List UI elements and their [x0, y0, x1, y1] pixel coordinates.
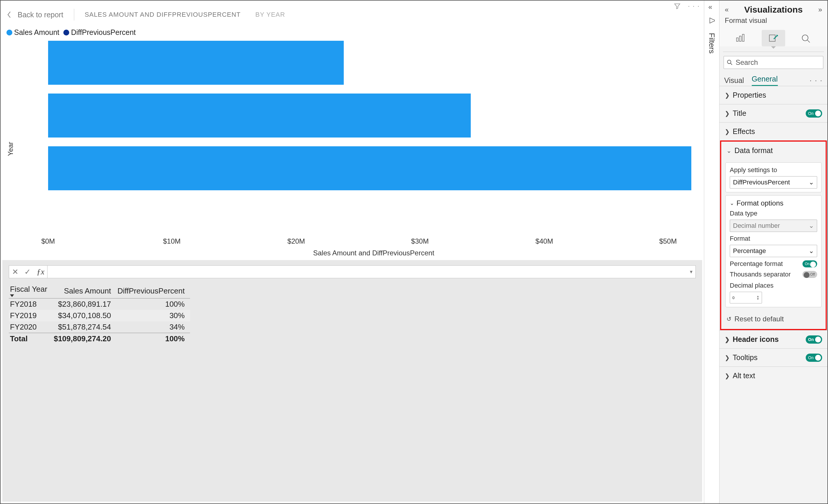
report-canvas: · · · Back to report SALES AMOUNT AND DI…: [1, 1, 704, 503]
section-properties[interactable]: ❯ Properties: [719, 86, 827, 104]
back-to-report-button[interactable]: Back to report: [6, 10, 64, 19]
reset-icon: ↺: [727, 316, 732, 323]
svg-rect-1: [739, 36, 741, 41]
chevron-right-icon: ❯: [725, 354, 730, 361]
col-diffpreviouspercent[interactable]: DiffPreviousPercent: [116, 284, 190, 298]
legend-swatch-b: [64, 30, 69, 36]
section-title[interactable]: ❯ Title On: [719, 104, 827, 122]
chevron-left-icon: [6, 10, 12, 19]
build-visual-tab-icon[interactable]: [729, 30, 753, 46]
viz-pane-title: Visualizations: [744, 5, 803, 15]
format-visual-tab-icon[interactable]: [762, 30, 785, 46]
chart-region: Back to report SALES AMOUNT AND DIFFPREV…: [2, 2, 702, 260]
tab-visual[interactable]: Visual: [724, 76, 744, 85]
col-sales-amount[interactable]: Sales Amount: [52, 284, 116, 298]
chevron-down-icon: ⌄: [809, 178, 814, 186]
chevron-right-icon: ❯: [725, 336, 730, 343]
search-input[interactable]: Search: [723, 56, 823, 69]
table-header-row: Fiscal Year Sales Amount DiffPreviousPer…: [9, 284, 190, 298]
section-header-icons[interactable]: ❯ Header icons On: [719, 330, 827, 348]
x-tick: $40M: [536, 237, 553, 245]
apply-settings-label: Apply settings to: [730, 166, 817, 174]
apply-settings-card: Apply settings to DiffPreviousPercent ⌄: [726, 162, 822, 192]
viz-pane-subtitle: Format visual: [719, 16, 827, 28]
filter-icon[interactable]: [674, 3, 681, 10]
percentage-format-toggle[interactable]: On: [802, 260, 817, 267]
format-options-card: ⌄ Format options Data type Decimal numbe…: [726, 195, 822, 307]
bar-fy2020[interactable]: FY2020: [48, 146, 699, 190]
legend-item-diffpreviouspercent[interactable]: DiffPreviousPercent: [64, 28, 135, 37]
visualizations-pane: « Visualizations » Format visual: [719, 1, 827, 503]
chevron-right-icon: ❯: [725, 110, 730, 117]
x-axis: $0M $10M $20M $30M $40M $50M: [48, 236, 699, 249]
divider: [74, 9, 74, 20]
section-effects[interactable]: ❯ Effects: [719, 122, 827, 140]
more-options-icon[interactable]: · · ·: [688, 2, 700, 10]
table-row[interactable]: FY2018 $23,860,891.17 100%: [9, 298, 190, 310]
back-label: Back to report: [17, 10, 64, 19]
table-row[interactable]: FY2019 $34,070,108.50 30%: [9, 310, 190, 321]
section-tooltips[interactable]: ❯ Tooltips On: [719, 348, 827, 367]
stepper-arrows-icon: ▲▼: [756, 295, 759, 300]
chart-title: SALES AMOUNT AND DIFFPREVIOUSPERCENT: [85, 11, 241, 18]
format-select[interactable]: Percentage ⌄: [730, 245, 817, 257]
tab-general[interactable]: General: [752, 75, 778, 86]
chevron-down-icon: ⌄: [727, 147, 732, 154]
bars-area: FY2018 FY2019 FY2020: [48, 41, 699, 234]
chevron-down-icon: ⌄: [809, 247, 814, 255]
col-fiscal-year[interactable]: Fiscal Year: [9, 284, 52, 298]
chart-header: Back to report SALES AMOUNT AND DIFFPREV…: [5, 5, 699, 27]
highlighted-data-format-block: ⌄ Data format Apply settings to DiffPrev…: [720, 140, 827, 330]
thousands-separator-row: Thousands separator Off: [730, 270, 817, 278]
format-mode-tabs: [719, 28, 827, 46]
legend-item-sales-amount[interactable]: Sales Amount: [6, 28, 59, 37]
data-type-label: Data type: [730, 210, 817, 217]
svg-point-5: [728, 60, 731, 64]
filters-horn-icon: [708, 17, 715, 24]
chart-subtitle: BY YEAR: [255, 11, 285, 18]
app-root: · · · Back to report SALES AMOUNT AND DI…: [0, 0, 828, 504]
fx-icon[interactable]: ƒx: [34, 267, 47, 277]
chevron-right-icon: ❯: [725, 92, 730, 99]
filters-pane-collapsed[interactable]: « Filters: [704, 1, 719, 503]
format-subtabs: Visual General · · ·: [719, 72, 827, 86]
tooltips-toggle[interactable]: On: [806, 353, 822, 362]
format-label: Format: [730, 235, 817, 243]
apply-settings-select[interactable]: DiffPreviousPercent ⌄: [730, 176, 817, 188]
svg-rect-2: [742, 34, 744, 41]
expand-viz-icon[interactable]: »: [818, 6, 822, 14]
table-total-row: Total $109,809,274.20 100%: [9, 333, 190, 345]
chevron-down-icon: ▾: [690, 268, 693, 275]
percentage-format-row: Percentage format On: [730, 260, 817, 268]
y-axis-label: Year: [5, 41, 16, 257]
title-toggle[interactable]: On: [806, 109, 822, 118]
chevron-right-icon: ❯: [725, 372, 730, 379]
analytics-tab-icon[interactable]: [794, 30, 818, 46]
bar-fy2019[interactable]: FY2019: [48, 93, 699, 137]
plot: Year FY2018 FY2019 FY2020: [5, 41, 699, 257]
section-alt-text[interactable]: ❯ Alt text: [719, 367, 827, 385]
thousands-separator-toggle[interactable]: Off: [802, 271, 817, 278]
search-icon: [727, 59, 733, 66]
format-search: Search: [723, 56, 823, 69]
expand-filters-icon[interactable]: «: [708, 3, 712, 11]
commit-icon[interactable]: ✓: [22, 267, 34, 277]
x-tick: $0M: [41, 237, 55, 245]
table-row[interactable]: FY2020 $51,878,274.54 34%: [9, 321, 190, 333]
legend-swatch-a: [6, 30, 12, 36]
decimal-places-input[interactable]: 0 ▲▼: [730, 292, 762, 303]
formula-bar: ✕ ✓ ƒx ▾: [9, 265, 696, 278]
bar-value-fy2019: [48, 93, 471, 137]
cancel-icon[interactable]: ✕: [9, 267, 22, 277]
filters-label: Filters: [707, 33, 716, 54]
header-icons-toggle[interactable]: On: [806, 335, 822, 344]
x-tick: $20M: [287, 237, 305, 245]
bar-value-fy2018: [48, 41, 344, 85]
data-table: Fiscal Year Sales Amount DiffPreviousPer…: [9, 284, 190, 344]
bar-fy2018[interactable]: FY2018: [48, 41, 699, 85]
formula-input[interactable]: ▾: [47, 265, 696, 278]
reset-to-default-button[interactable]: ↺ Reset to default: [721, 310, 826, 329]
collapse-viz-icon[interactable]: «: [725, 6, 729, 14]
section-data-format[interactable]: ⌄ Data format: [721, 141, 826, 160]
more-options-icon[interactable]: · · ·: [810, 76, 823, 85]
